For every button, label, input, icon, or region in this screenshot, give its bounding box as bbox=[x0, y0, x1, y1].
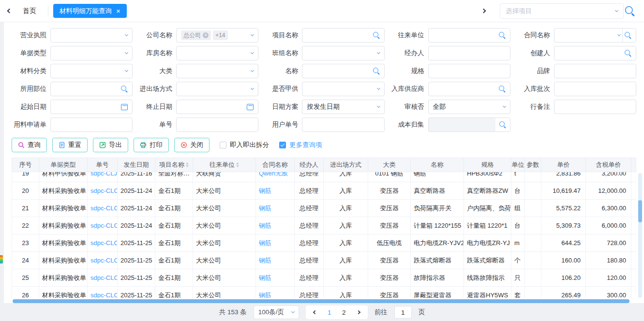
filter-input-field[interactable] bbox=[176, 117, 258, 132]
filter-search-field[interactable] bbox=[428, 117, 510, 132]
search-icon[interactable] bbox=[625, 50, 631, 57]
chevron-down-icon[interactable] bbox=[251, 69, 254, 72]
project-select[interactable]: 选择项目 bbox=[500, 3, 624, 19]
search-icon[interactable] bbox=[373, 68, 380, 74]
goto-page-input[interactable] bbox=[394, 306, 412, 319]
filter-select-field[interactable]: 全部 bbox=[428, 100, 510, 114]
table-row[interactable]: 19材料甲供验收单sdpc-CLJ02025-11-16全面对标…大联商贸Qwe… bbox=[12, 172, 636, 182]
column-header[interactable]: 规格 bbox=[464, 158, 511, 172]
calendar-icon[interactable] bbox=[121, 104, 128, 110]
company-tag[interactable]: 总公司× bbox=[181, 30, 211, 40]
search-icon[interactable] bbox=[499, 121, 506, 128]
page-size-select[interactable]: 100条/页 bbox=[254, 306, 299, 319]
column-header[interactable]: 单据类型 bbox=[39, 158, 88, 172]
filter-select-field[interactable] bbox=[176, 64, 258, 78]
table-row[interactable]: 20材料采购验收单sdpc-CLC02025-11-24金石1期大米公司钢筋总经… bbox=[12, 182, 636, 200]
filter-select-field[interactable] bbox=[50, 64, 133, 78]
filter-date-field[interactable] bbox=[50, 100, 133, 114]
split-checkbox[interactable] bbox=[220, 142, 226, 148]
close-button[interactable]: 关闭 bbox=[174, 138, 210, 152]
table-row[interactable]: 22材料采购验收单sdpc-CLC02025-11-24金石1期大米公司钢筋总经… bbox=[12, 217, 636, 234]
filter-select-field[interactable] bbox=[302, 46, 384, 60]
link-cell[interactable]: sdpc-CLC0 bbox=[88, 217, 118, 234]
link-cell[interactable]: 钢筋 bbox=[256, 182, 295, 200]
column-header[interactable]: 项目名称 bbox=[155, 158, 193, 172]
filter-date-field[interactable] bbox=[176, 100, 258, 114]
filter-select-field[interactable]: 按发生日期 bbox=[302, 100, 384, 114]
company-tag[interactable]: +14 bbox=[213, 30, 227, 40]
nav-back-icon[interactable] bbox=[7, 9, 12, 14]
horizontal-scrollbar-thumb[interactable] bbox=[13, 299, 629, 303]
chevron-down-icon[interactable] bbox=[291, 310, 295, 313]
reset-button[interactable]: 重置 bbox=[52, 138, 88, 152]
filter-select-field[interactable] bbox=[302, 82, 384, 96]
calendar-icon[interactable] bbox=[247, 104, 254, 110]
column-header[interactable]: 参数 bbox=[525, 158, 541, 172]
search-icon[interactable] bbox=[625, 32, 631, 39]
link-cell[interactable]: sdpc-CLC0 bbox=[88, 287, 118, 298]
link-cell[interactable]: 钢筋 bbox=[256, 217, 295, 234]
filter-search-field[interactable] bbox=[50, 82, 133, 96]
filter-input-field[interactable] bbox=[50, 117, 133, 132]
filter-search-field[interactable] bbox=[302, 28, 384, 43]
column-header[interactable]: 单号 bbox=[88, 158, 118, 172]
edge-widget[interactable] bbox=[0, 255, 3, 263]
chevron-down-icon[interactable] bbox=[503, 104, 506, 108]
search-icon[interactable] bbox=[373, 32, 380, 39]
table-row[interactable]: 21材料采购验收单sdpc-CLC02025-11-24金石1期大米公司钢筋总经… bbox=[12, 200, 636, 217]
filter-input-field[interactable] bbox=[302, 117, 384, 132]
link-cell[interactable]: sdpc-CLC0 bbox=[88, 234, 118, 252]
vertical-scrollbar-thumb[interactable] bbox=[638, 200, 642, 222]
link-cell[interactable]: sdpc-CLC0 bbox=[88, 252, 118, 269]
column-header[interactable]: 经办人 bbox=[295, 158, 324, 172]
column-header[interactable]: 单位 bbox=[511, 158, 525, 172]
chevron-down-icon[interactable] bbox=[251, 51, 254, 54]
chevron-down-icon[interactable] bbox=[125, 51, 128, 54]
chevron-down-icon[interactable] bbox=[615, 8, 618, 12]
filter-input-field[interactable] bbox=[428, 64, 510, 78]
search-icon[interactable] bbox=[499, 86, 506, 92]
link-cell[interactable]: sdpc-CLC0 bbox=[88, 269, 118, 287]
link-cell[interactable]: Qwen无敌 bbox=[256, 172, 295, 182]
column-header[interactable]: 序号 bbox=[12, 158, 39, 172]
tab-close-icon[interactable]: × bbox=[116, 7, 120, 15]
table-row[interactable]: 26材料采购验收单sdpc-CLC02025-11-25金石1期大米公司钢筋总经… bbox=[12, 287, 636, 298]
chevron-down-icon[interactable] bbox=[125, 33, 128, 36]
horizontal-scrollbar[interactable] bbox=[12, 299, 636, 303]
link-cell[interactable]: 钢筋 bbox=[256, 269, 295, 287]
filter-select-field[interactable] bbox=[50, 46, 133, 60]
chevron-down-icon[interactable] bbox=[617, 33, 621, 36]
column-header[interactable]: 名称 bbox=[411, 158, 464, 172]
tab-active[interactable]: 材料明细万能查询 × bbox=[53, 4, 127, 18]
sort-icons[interactable] bbox=[186, 162, 189, 167]
more-filters-checkbox[interactable] bbox=[279, 142, 286, 148]
filter-select-field[interactable] bbox=[176, 82, 258, 96]
filter-select-field[interactable] bbox=[176, 46, 258, 60]
link-cell[interactable]: 钢筋 bbox=[256, 252, 295, 269]
query-button[interactable]: 查询 bbox=[12, 138, 47, 152]
filter-select-field[interactable] bbox=[50, 28, 133, 43]
chevron-down-icon[interactable] bbox=[377, 87, 380, 90]
link-cell[interactable]: 钢筋 bbox=[256, 234, 295, 252]
print-button[interactable]: 打印 bbox=[134, 138, 169, 152]
filter-input-field[interactable] bbox=[554, 100, 636, 114]
tag-close-icon[interactable]: × bbox=[203, 32, 209, 38]
chevron-down-icon[interactable] bbox=[125, 69, 128, 72]
filter-search-field[interactable] bbox=[428, 28, 510, 43]
chevron-down-icon[interactable] bbox=[251, 87, 254, 90]
sort-icons[interactable] bbox=[236, 162, 239, 167]
link-cell[interactable]: sdpc-CLC0 bbox=[88, 200, 118, 217]
table-row[interactable]: 23材料采购验收单sdpc-CLC02025-11-25金石1期大米公司钢筋总经… bbox=[12, 234, 636, 252]
project-search-icon[interactable] bbox=[625, 6, 635, 15]
column-header[interactable]: 合同名称 bbox=[256, 158, 295, 172]
filter-input-field[interactable] bbox=[554, 82, 636, 96]
filter-search-field[interactable] bbox=[302, 64, 384, 78]
link-cell[interactable]: 钢筋 bbox=[256, 287, 295, 298]
column-header[interactable]: 发生日期 bbox=[118, 158, 155, 172]
column-header[interactable]: 进出场方式 bbox=[324, 158, 368, 172]
table-row[interactable]: 24材料采购验收单sdpc-CLC02025-11-25金石1期大米公司钢筋总经… bbox=[12, 252, 636, 269]
link-cell[interactable]: sdpc-CLJ0 bbox=[88, 172, 118, 182]
column-header[interactable]: 单价 bbox=[541, 158, 586, 172]
export-button[interactable]: 导出 bbox=[93, 138, 128, 152]
filter-tags-field[interactable]: 总公司×+14 bbox=[176, 28, 258, 43]
